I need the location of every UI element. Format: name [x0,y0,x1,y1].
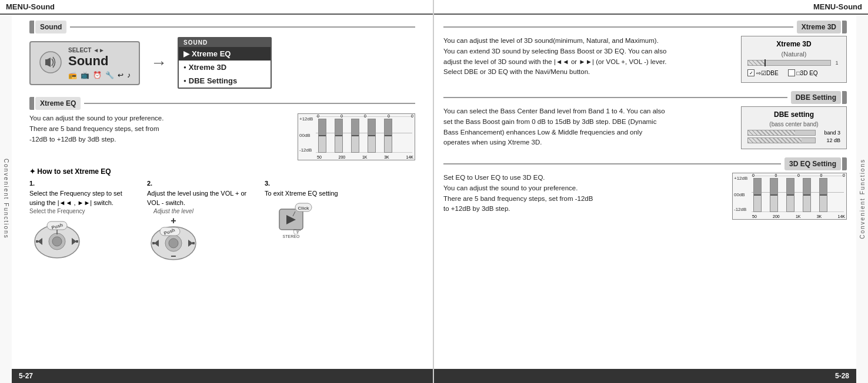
eq-freq-200: 200 [339,155,346,159]
right-page-num: 5-28 [835,372,849,380]
eq3d-desc3: There are 5 band frequency steps, set fr… [443,194,667,204]
step-1-controller-svg: Push [31,217,84,261]
sound-title: Sound [40,23,62,31]
sound-menu-row: SELECT ◄► Sound 📻 📺 ⏰ 🔧 ↩ ♪ [29,37,415,89]
xtreme3d-title: Xtreme 3D [802,23,836,31]
eq3d-title-line [443,163,781,164]
eq3d-header-row: 3D EQ Setting [443,157,847,170]
select-arrow: SELECT ◄► [68,47,105,53]
xtreme3d-progress-row: 1 [747,60,840,66]
dbe-gray-bar-right [842,91,847,104]
how-to-steps: 1. Select the Frequency step to set usin… [29,179,415,261]
xtreme3d-content: You can adjust the level of 3D sound(min… [443,36,847,83]
eq-bar-1-center [319,135,326,136]
left-panel: MENU-Sound Convenient Functions Sound [0,0,434,383]
svg-text:–: – [171,251,176,261]
sound-menu-label-1: Xtreme 3D [189,63,226,72]
xtreme3d-text: You can adjust the level of 3D sound(min… [443,36,733,78]
sound-dropdown-item-2[interactable]: ● DBE Settings [179,74,271,88]
xtreme3d-checkbox-row: ✓ ⇨☑DBE □3D EQ [747,69,840,76]
left-footer: 5-27 [12,369,433,383]
arrow-right: → [151,53,167,72]
left-page-footer: 5-27 [12,369,433,383]
xtreme3d-header-row: Xtreme 3D [443,21,847,33]
dot-icon-2: ● [183,78,186,83]
sound-icons-row: 📻 📺 ⏰ 🔧 ↩ ♪ [68,71,131,79]
eq3d-line-bot [752,211,844,212]
eq3d-bar-4 [803,178,811,212]
eq-freq-3k: 3K [384,155,389,159]
eq-top-0-1: 0 [317,114,319,118]
step-2-num: 2. [147,179,152,188]
svg-point-5 [52,237,62,246]
sound-dropdown-header: SOUND [179,38,271,47]
dbe-band-row: band 3 [747,130,840,136]
sound-dropdown-item-1[interactable]: ● Xtreme 3D [179,61,271,74]
xtreme3d-dbe-check: ✓ ⇨☑DBE [747,69,779,76]
eq3d-bar-1-center [754,194,761,196]
sound-dropdown-item-0[interactable]: ▶ Xtreme EQ [179,47,271,61]
main-content-right: Xtreme 3D You can adjust the level of 3D… [434,15,856,383]
eq3d-bar-4-fill [803,179,810,195]
xtreme3d-title-line [443,26,793,28]
right-inner: Xtreme 3D You can adjust the level of 3D… [434,15,868,383]
dbe-db-bg [747,137,816,143]
eq3d-top-labels: 0 0 0 0 0 [752,173,845,177]
eq-label-mid: 00dB [299,133,311,138]
step-3-illustration: ☞ Click STEREO [265,199,318,240]
eq3d-bar-2-fill [770,179,777,195]
eq3d-title-bar: 3D EQ Setting [784,157,841,170]
eq3d-label-mid: 00dB [734,192,745,197]
eq3d-bar-3-fill [787,179,794,195]
eq3d-desc2: You can adjust the sound to your prefere… [443,183,667,194]
dbe-db-row: 12 dB [747,137,840,143]
sound-menu-label-0: Xtreme EQ [192,49,231,58]
svg-point-15 [169,238,178,248]
dbe-title: DBE Setting [796,93,836,102]
eq3d-label-bot: -12dB [734,207,746,212]
right-side-col: Convenient Functions [856,15,868,383]
eq-bar-5-center [385,135,392,136]
eq3d-freq-14k: 14K [837,214,844,219]
right-header-text: MENU-Sound [813,2,862,11]
sound-title-line [70,26,415,28]
eq3d-top-0-1: 0 [752,173,755,177]
eq3d-bar-3 [786,178,794,212]
sound-section: Sound [12,15,433,95]
eq3d-setting-section: 3D EQ Setting Set EQ to User EQ to use 3… [434,153,856,223]
right-footer: 5-28 [434,369,856,383]
dbe-content: You can select the Bass Center Band leve… [443,106,847,149]
dbe-checkbox[interactable]: ✓ [747,69,755,76]
svg-rect-19 [192,242,195,244]
left-side-col: Convenient Functions [0,15,12,383]
sound-section-header: Sound [29,21,415,33]
xtreme3d-desc: You can adjust the level of 3D sound(min… [443,36,667,78]
eq3d-freq-200: 200 [773,214,780,219]
right-header: MENU-Sound [434,0,868,15]
xtreme3d-progress-val: 1 [833,60,840,66]
eq3d-freq-3k: 3K [817,214,822,219]
dbe-label: ⇨☑DBE [756,70,779,76]
dbe-desc: You can select the Bass Center Band leve… [443,106,667,148]
eq3d-bar-5 [819,178,827,212]
main-content-left: Sound [12,15,433,383]
eq3d-text: Set EQ to User EQ to use 3D EQ. You can … [443,173,724,214]
svg-text:Click: Click [298,206,309,211]
eq3d-content: Set EQ to User EQ to use 3D EQ. You can … [443,173,847,220]
xtreme3d-3deq-check: □3D EQ [788,69,818,76]
step-1-num: 1. [29,179,35,188]
step-2: 2. Adjust the level using the VOL + or V… [147,179,253,261]
svg-rect-18 [152,242,155,244]
eq-top-0-2: 0 [340,114,343,118]
dbe-band-fill [748,130,795,135]
dbe-header-row: DBE Setting [443,91,847,104]
xtreme3d-progress-fill [748,61,764,65]
eq-label-bot: -12dB [299,147,312,153]
eq3d-checkbox[interactable] [788,69,795,76]
eq3d-freq-1k: 1K [796,214,801,219]
xtreme-eq-header: Xtreme EQ [29,97,415,110]
eq3d-bar-4-center [803,194,810,196]
step-3: 3. To exit Xtreme EQ setting [265,179,338,240]
eq3d-top-0-4: 0 [820,173,823,177]
dbe-db-fill [748,138,802,143]
